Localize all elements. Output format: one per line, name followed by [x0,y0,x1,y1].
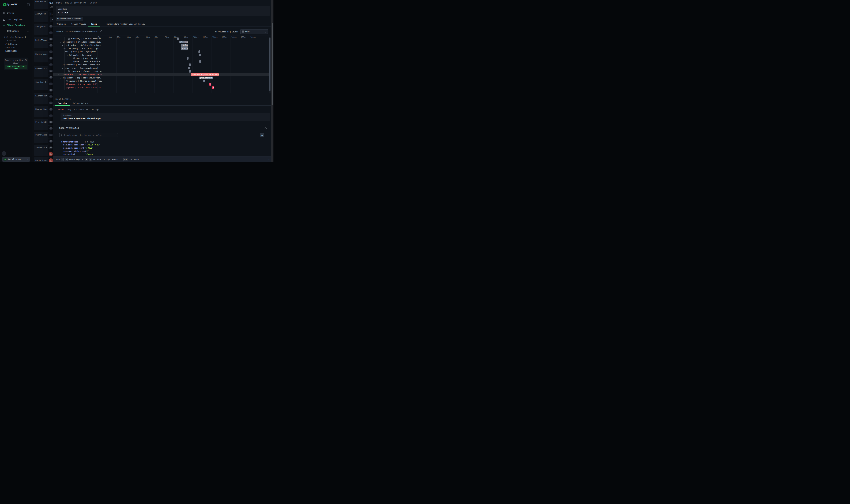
tab-trace[interactable]: Trace [91,23,97,25]
session-card[interactable]: Anonymous [34,11,48,22]
trace-span-row[interactable]: (3)payment | grpc.oteldemo.Paymen…grpc.o… [53,76,273,79]
session-card[interactable]: Kieran92@h [34,93,48,104]
tab-surrounding-context[interactable]: Surrounding Context [107,23,128,25]
help-button[interactable]: ? [2,151,6,156]
session-event-row[interactable] [48,68,53,74]
close-icon[interactable]: ✕ [268,158,270,161]
trace-span-row[interactable]: currency | Convert convers… [53,70,273,73]
presets-header[interactable]: PRESETS [5,40,17,41]
session-event-row[interactable] [48,151,53,158]
tab-column-values[interactable]: Column Values [71,23,86,25]
session-card[interactable]: Roderick_S [34,66,48,77]
edit-pencil-icon[interactable] [100,30,102,32]
span-duration-bar[interactable]: oteldemo [181,44,188,47]
sidebar-preset-clickhouse[interactable]: Clickhouse [5,43,17,46]
span-duration-bar[interactable] [188,67,190,69]
local-mode-button[interactable]: U Local mode › [2,157,30,162]
sidebar-preset-kubernetes[interactable]: Kubernetes [5,50,17,52]
session-event-row[interactable] [48,106,53,113]
session-card[interactable]: Walton9@ho [34,51,48,62]
span-duration-bar[interactable]: grpc.oteldemo. [199,76,213,79]
trace-span-row[interactable]: payment | Charge request rec…C [53,79,273,83]
session-event-row[interactable] [48,113,53,119]
span-duration-bar[interactable] [189,64,191,66]
trace-span-row[interactable]: (1)checkout | oteldemo.ShippingSe…otelde… [53,40,273,43]
attribute-key[interactable]: net.sock.peer.addr [63,144,84,146]
session-event-row[interactable] [48,42,53,49]
session-event-row[interactable] [48,138,53,145]
session-card[interactable]: Shaniya.Sc [34,79,48,90]
session-event-row[interactable] [48,74,53,81]
span-duration-bar[interactable] [199,54,201,56]
span-duration-bar[interactable] [198,50,200,53]
session-card[interactable]: Howard.Run [34,106,48,118]
session-event-row[interactable] [48,93,53,100]
span-duration-bar[interactable] [187,57,188,60]
chevron-down-icon[interactable] [58,74,59,75]
span-duration-bar[interactable]: C [203,80,205,82]
session-search-input[interactable] [49,12,53,16]
session-event-row[interactable] [48,125,53,132]
log-source-select[interactable]: Logs [240,29,268,34]
trace-span-row[interactable]: payment | Visa cache full: c…V [53,83,273,86]
trace-span-row[interactable]: quote | Calculated q… [53,57,273,60]
session-event-row[interactable] [48,49,53,55]
session-event-row[interactable] [48,81,53,87]
session-event-row[interactable] [48,157,53,162]
sidebar-item-search[interactable]: Search [0,11,32,16]
span-duration-bar[interactable]: oteldemo.PaymentService/Char [191,73,219,76]
service-name-chip[interactable]: ServiceName: frontend [56,17,83,21]
span-duration-bar[interactable]: oteldemo. [179,41,188,43]
session-card[interactable]: Ernesto33@ [34,119,48,130]
trace-span-row[interactable]: (1)shipping | POST http://quo…POST ht [53,47,273,50]
sidebar-item-client-sessions[interactable]: Client Sessions [0,23,32,28]
trace-span-row[interactable]: payment | Error: Visa cache ful…E [53,86,273,89]
trace-span-row[interactable]: currency | Convert convers… [53,37,273,40]
page-scrollbar[interactable] [271,0,273,162]
session-event-row[interactable] [48,30,53,36]
sidebar-preset-services[interactable]: Services [5,47,15,49]
span-duration-bar[interactable]: POST ht [181,47,188,50]
tab-session-replay[interactable]: Session Replay [129,23,145,25]
span-duration-bar[interactable]: V [209,83,211,86]
chevron-down-icon[interactable] [61,45,63,46]
attributes-search-input[interactable] [59,133,118,137]
session-card[interactable]: Anonymous [34,23,48,35]
trace-span-row[interactable]: (1)shipping | oteldemo.Shipping…oteldemo [53,43,273,47]
session-event-row[interactable] [48,55,53,62]
event-details-tab-overview[interactable]: Overview [58,102,67,105]
get-started-button[interactable]: Get Started for Free [5,65,27,69]
span-duration-bar[interactable] [189,70,191,73]
attributes-root-node[interactable]: ▾ SpanAttributes [60,141,78,143]
session-card[interactable]: Dolly.Lubo [34,157,48,162]
session-event-row[interactable] [48,100,53,106]
sidebar-collapse-icon[interactable] [27,3,30,6]
collapse-chevron-icon[interactable] [265,127,267,129]
span-duration-bar[interactable] [177,37,179,40]
session-event-row[interactable] [48,61,53,68]
attribute-key[interactable]: rpc.method [63,153,75,156]
create-dashboard-button[interactable]: + Create Dashboard [4,36,26,38]
session-filter-button[interactable]: H [50,17,53,22]
sidebar-item-chart-explorer[interactable]: Chart Explorer [0,17,32,22]
chevron-down-icon[interactable] [60,64,61,66]
session-card[interactable]: Deion37@gm [34,37,48,48]
chevron-down-icon[interactable] [60,41,61,42]
trace-span-row[interactable]: (2)quote | {closure} [53,53,273,57]
session-event-row[interactable] [48,132,53,139]
page-scrollbar-thumb[interactable] [272,23,273,105]
session-event-row[interactable] [48,145,53,151]
sidebar-item-dashboards[interactable]: Dashboards [0,29,32,34]
chevron-down-icon[interactable] [64,48,65,49]
trace-span-row[interactable]: quote | calculate-quote [53,60,273,63]
session-card[interactable]: Jonathan.B [34,145,48,156]
span-duration-bar[interactable] [199,60,201,63]
session-event-row[interactable] [48,87,53,94]
session-card[interactable]: Pearl43@ho [34,132,48,143]
attribute-key[interactable]: rpc.grpc.status_code [63,150,86,152]
trace-span-row[interactable]: (1)currency | Currency/Convert [53,67,273,70]
trace-span-row[interactable]: (1)quote | POST /getquote [53,50,273,53]
session-event-row[interactable] [48,36,53,42]
event-details-tab-column-values[interactable]: Column Values [73,102,88,105]
session-event-row[interactable] [48,23,53,30]
